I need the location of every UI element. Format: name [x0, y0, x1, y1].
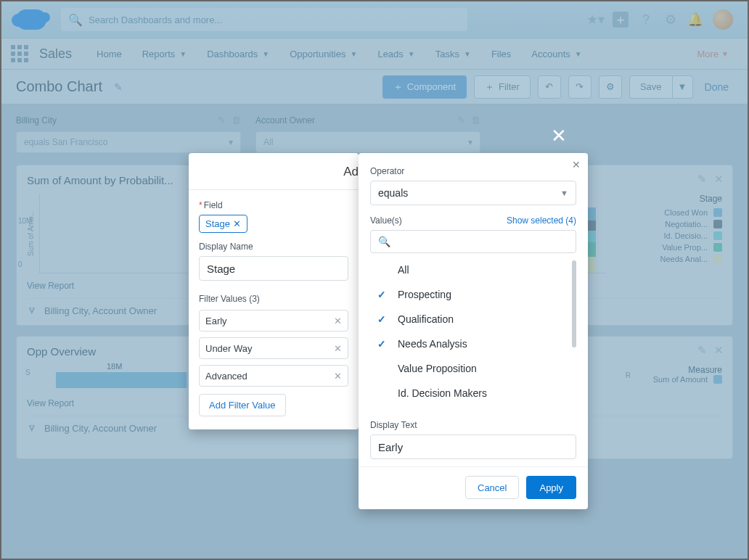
- check-icon: ✓: [374, 289, 389, 300]
- display-text-label: Display Text: [370, 420, 576, 430]
- check-icon: ✓: [374, 412, 389, 413]
- remove-icon[interactable]: ✕: [334, 371, 342, 382]
- field-pill[interactable]: Stage ✕: [199, 215, 247, 233]
- values-search[interactable]: 🔍: [370, 230, 576, 253]
- panel-header: Ad: [189, 153, 359, 190]
- option-row[interactable]: Value Proposition: [370, 356, 576, 381]
- close-modal-icon[interactable]: ✕: [551, 125, 567, 147]
- remove-icon[interactable]: ✕: [334, 316, 342, 326]
- check-icon: ✓: [374, 338, 389, 350]
- add-filter-value-button[interactable]: Add Filter Value: [199, 394, 286, 416]
- filter-value-popover: ✕ Operator equals ▼ Value(s) Show select…: [359, 153, 588, 509]
- option-row[interactable]: ✓Perception Analysis: [370, 405, 576, 413]
- display-name-label: Display Name: [199, 242, 348, 252]
- values-label: Value(s): [370, 215, 402, 226]
- operator-label: Operator: [370, 166, 576, 176]
- filter-value-row[interactable]: Advanced✕: [199, 365, 348, 387]
- option-row[interactable]: Id. Decision Makers: [370, 381, 576, 405]
- field-label: *Field: [199, 200, 348, 210]
- cancel-button[interactable]: Cancel: [465, 476, 519, 499]
- remove-icon[interactable]: ✕: [334, 343, 342, 354]
- scrollbar-thumb[interactable]: [572, 260, 576, 347]
- search-icon: 🔍: [378, 236, 390, 247]
- chevron-down-icon: ▼: [560, 189, 568, 197]
- display-text-input[interactable]: [370, 435, 576, 459]
- option-row[interactable]: ✓Prospecting: [370, 282, 576, 307]
- values-option-list: All ✓Prospecting✓Qualification✓Needs Ana…: [370, 258, 576, 413]
- option-row[interactable]: ✓Needs Analysis: [370, 332, 576, 356]
- option-all[interactable]: All: [370, 258, 576, 282]
- show-selected-link[interactable]: Show selected (4): [507, 215, 576, 226]
- filter-values-label: Filter Values (3): [199, 294, 348, 304]
- filter-value-row[interactable]: Early✕: [199, 310, 348, 332]
- filter-value-row[interactable]: Under Way✕: [199, 337, 348, 359]
- check-icon: ✓: [374, 313, 389, 325]
- option-row[interactable]: ✓Qualification: [370, 307, 576, 332]
- operator-select[interactable]: equals ▼: [370, 181, 576, 205]
- display-name-input[interactable]: [199, 256, 348, 281]
- close-icon[interactable]: ✕: [572, 159, 581, 170]
- apply-button[interactable]: Apply: [526, 476, 576, 499]
- edit-filter-panel: Ad *Field Stage ✕ Display Name Filter Va…: [189, 153, 359, 429]
- remove-pill-icon[interactable]: ✕: [233, 218, 241, 229]
